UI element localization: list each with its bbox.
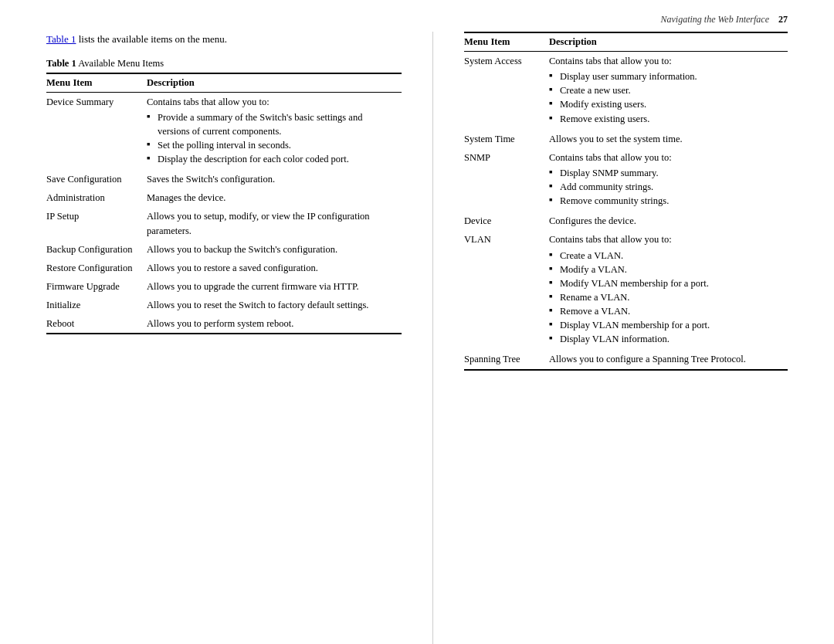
menu-item-cell: Device xyxy=(464,212,549,230)
description-cell: Allows you to backup the Switch's config… xyxy=(147,240,402,259)
menu-item-cell: Administration xyxy=(46,188,147,207)
left-table: Menu Item Description Device SummaryCont… xyxy=(46,73,402,335)
main-content: Table 1 lists the available items on the… xyxy=(0,32,834,644)
right-col2-header: Description xyxy=(549,32,788,52)
menu-item-cell: System Access xyxy=(464,52,549,130)
bullet-item: Display VLAN membership for a port. xyxy=(549,318,783,332)
table-row: Device SummaryContains tabs that allow y… xyxy=(46,92,402,170)
left-col2-header: Description xyxy=(147,73,402,93)
page-number: 27 xyxy=(778,14,788,25)
intro-line: Table 1 lists the available items on the… xyxy=(46,32,402,47)
menu-item-cell: Firmware Upgrade xyxy=(46,277,147,296)
description-cell: Allows you to perform system reboot. xyxy=(147,314,402,334)
menu-item-cell: Restore Configuration xyxy=(46,259,147,277)
bullet-item: Create a new user. xyxy=(549,83,783,97)
description-cell: Contains tabs that allow you to:Display … xyxy=(549,52,788,130)
description-cell: Manages the device. xyxy=(147,188,402,207)
table-row: IP SetupAllows you to setup, modify, or … xyxy=(46,207,402,239)
bullet-item: Add community strings. xyxy=(549,180,783,194)
menu-item-cell: Backup Configuration xyxy=(46,240,147,259)
menu-item-cell: Initialize xyxy=(46,296,147,314)
description-cell: Allows you to setup, modify, or view the… xyxy=(147,207,402,239)
description-cell: Allows you to reset the Switch to factor… xyxy=(147,296,402,314)
table-row: Save ConfigurationSaves the Switch's con… xyxy=(46,170,402,188)
description-cell: Allows you to upgrade the current firmwa… xyxy=(147,277,402,296)
table-row: Spanning TreeAllows you to configure a S… xyxy=(464,350,788,369)
menu-item-cell: Save Configuration xyxy=(46,170,147,188)
table-row: AdministrationManages the device. xyxy=(46,188,402,207)
description-text: Contains tabs that allow you to: xyxy=(549,56,672,66)
table-row: DeviceConfigures the device. xyxy=(464,212,788,230)
table-row: Restore ConfigurationAllows you to resto… xyxy=(46,259,402,277)
bullet-item: Display VLAN information. xyxy=(549,332,783,346)
bullet-item: Modify existing users. xyxy=(549,97,783,111)
table-row: VLANContains tabs that allow you to:Crea… xyxy=(464,230,788,350)
table-caption-rest: Available Menu Items xyxy=(76,58,164,69)
bullet-item: Set the polling interval in seconds. xyxy=(147,138,397,152)
description-cell: Saves the Switch's configuration. xyxy=(147,170,402,188)
bullet-item: Remove community strings. xyxy=(549,194,783,208)
table-link[interactable]: Table 1 xyxy=(46,33,76,45)
menu-item-cell: VLAN xyxy=(464,230,549,350)
table-row: System TimeAllows you to set the system … xyxy=(464,130,788,148)
intro-rest: lists the available items on the menu. xyxy=(76,33,227,45)
menu-item-cell: Device Summary xyxy=(46,92,147,170)
table-row: RebootAllows you to perform system reboo… xyxy=(46,314,402,334)
description-cell: Configures the device. xyxy=(549,212,788,230)
bullet-item: Modify a VLAN. xyxy=(549,263,783,276)
menu-item-cell: Reboot xyxy=(46,314,147,334)
description-cell: Allows you to restore a saved configurat… xyxy=(147,259,402,277)
description-text: Contains tabs that allow you to: xyxy=(549,234,672,245)
bullet-item: Display SNMP summary. xyxy=(549,166,783,180)
bullet-item: Remove existing users. xyxy=(549,112,783,126)
left-col1-header: Menu Item xyxy=(46,73,147,93)
bullet-item: Modify VLAN membership for a port. xyxy=(549,276,783,290)
bullet-item: Display the description for each color c… xyxy=(147,152,397,166)
bullet-item: Remove a VLAN. xyxy=(549,304,783,318)
menu-item-cell: IP Setup xyxy=(46,207,147,239)
table-row: InitializeAllows you to reset the Switch… xyxy=(46,296,402,314)
description-cell: Allows you to set the system time. xyxy=(549,130,788,148)
description-cell: Contains tabs that allow you to:Provide … xyxy=(147,92,402,170)
table-row: Backup ConfigurationAllows you to backup… xyxy=(46,240,402,259)
menu-item-cell: SNMP xyxy=(464,148,549,212)
bullet-item: Create a VLAN. xyxy=(549,249,783,263)
table-caption-bold: Table 1 xyxy=(46,58,76,69)
menu-item-cell: System Time xyxy=(464,130,549,148)
bullet-item: Rename a VLAN. xyxy=(549,290,783,304)
right-column: Menu Item Description System AccessConta… xyxy=(441,32,788,644)
right-table: Menu Item Description System AccessConta… xyxy=(464,32,788,371)
page-header: Navigating the Web Interface 27 xyxy=(0,0,834,32)
table-row: System AccessContains tabs that allow yo… xyxy=(464,52,788,130)
left-column: Table 1 lists the available items on the… xyxy=(46,32,425,644)
description-cell: Contains tabs that allow you to:Create a… xyxy=(549,230,788,350)
bullet-item: Display user summary information. xyxy=(549,69,783,83)
description-text: Contains tabs that allow you to: xyxy=(549,152,672,163)
table-row: SNMPContains tabs that allow you to:Disp… xyxy=(464,148,788,212)
description-cell: Contains tabs that allow you to:Display … xyxy=(549,148,788,212)
description-cell: Allows you to configure a Spanning Tree … xyxy=(549,350,788,369)
menu-item-cell: Spanning Tree xyxy=(464,350,549,369)
table-row: Firmware UpgradeAllows you to upgrade th… xyxy=(46,277,402,296)
bullet-item: Provide a summary of the Switch's basic … xyxy=(147,110,397,138)
header-subtitle: Navigating the Web Interface xyxy=(660,14,769,25)
column-divider xyxy=(432,32,433,644)
description-text: Contains tabs that allow you to: xyxy=(147,97,270,107)
right-col1-header: Menu Item xyxy=(464,32,549,52)
table-caption: Table 1 Available Menu Items xyxy=(46,58,402,69)
